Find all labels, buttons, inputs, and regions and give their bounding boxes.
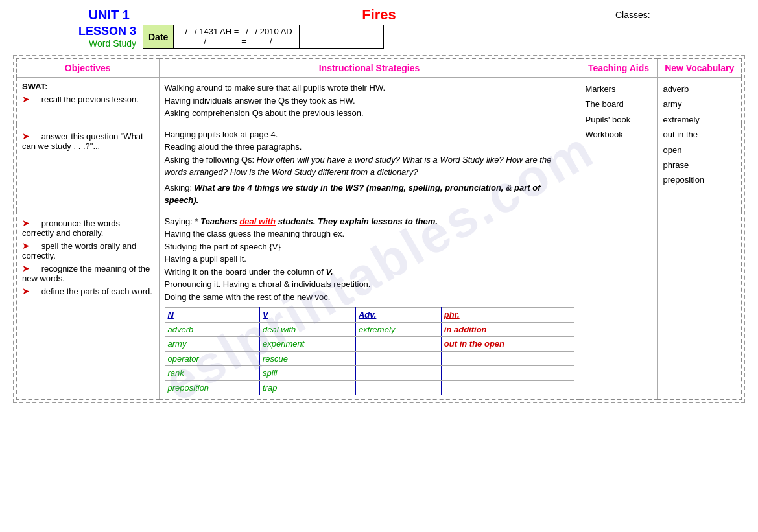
date-block: Date / / 1431 AH = / / 2010 AD / = / [143,25,384,49]
col-header-objectives: Objectives [16,58,159,78]
objectives-cell-3: ➤ pronounce the words correctly and chor… [16,211,159,400]
new-vocab-cell: adverb army extremely out in the open ph… [657,78,742,400]
vocab-v-cell: spill [260,366,356,381]
vocab-n-cell: operator [165,351,260,366]
vocab-n-cell: army [165,337,260,352]
obj6-text: define the parts of each word. [41,286,152,296]
strategy-line: Asking comprehension Qs about the previo… [165,107,574,120]
vocab-header-row: N V Adv. phr. [165,308,574,323]
vocab-col-n: N [165,308,260,323]
date-content: / / 1431 AH = / / 2010 AD / = / [174,25,298,48]
vocab-word: phrase [663,157,737,172]
main-content: Objectives Instructional Strategies Teac… [13,55,745,403]
header-row1: UNIT 1 Fires Classes: [13,6,745,23]
vocab-phr-cell: in addition [441,322,574,337]
table-header-row: Objectives Instructional Strategies Teac… [16,58,742,78]
teaching-aids-cell: Markers The board Pupils' book Workbook [580,78,657,400]
objectives-cell-1: SWAT: ➤ recall the previous lesson. [16,78,159,124]
arrow-icon-5: ➤ [22,263,30,273]
date-row1: / / 1431 AH = / / 2010 AD [180,27,292,36]
table-row: SWAT: ➤ recall the previous lesson. Walk… [16,78,742,124]
vocab-word: open [663,143,737,157]
swat-label: SWAT: [22,82,154,91]
classes-label: Classes: [615,10,745,20]
bold-italic-question: What are the 4 things we study in the WS… [165,183,541,205]
strategy-line: Asking: What are the 4 things we study i… [165,181,574,207]
strategy-line: Hanging pupils look at page 4. [165,128,574,141]
lesson-label: LESSON 3 Word Study [13,25,143,49]
vocab-n-cell: preposition [165,380,260,395]
header: UNIT 1 Fires Classes: LESSON 3 Word Stud… [13,6,745,49]
vocab-word: preposition [663,172,737,187]
vocab-data-row: operator rescue [165,351,574,366]
arrow-icon-2: ➤ [22,131,30,141]
vocab-word: adverb [663,82,737,97]
vocab-table-container: N V Adv. phr. adverb deal with extremely [165,307,574,395]
objectives-cell-2: ➤ answer this question "What can we stud… [16,124,159,211]
strategies-cell-3: Saying: * Teachers deal with students. T… [159,211,580,400]
vocabulary-table: N V Adv. phr. adverb deal with extremely [165,307,574,395]
arrow-icon-1: ➤ [22,94,30,104]
strategy-line: Walking around to make sure that all pup… [165,82,574,95]
strategy-line: Having a pupil spell it. [165,253,574,266]
header-row2: LESSON 3 Word Study Date / / 1431 AH = /… [13,25,745,49]
col-header-teaching: Teaching Aids [580,58,657,78]
date-classes-box [299,25,383,48]
strategy-line: Pronouncing it. Having a choral & indivi… [165,278,574,291]
strategy-line: Having individuals answer the Qs they to… [165,95,574,108]
page: eslprintables.com UNIT 1 Fires Classes: … [0,0,758,532]
strategies-cell-1: Walking around to make sure that all pup… [159,78,580,124]
obj3-text: pronounce the words correctly and choral… [22,218,120,238]
strategy-line: Asking the following Qs: How often will … [165,154,574,179]
underline-text: deal with [239,216,276,226]
arrow-icon-3: ➤ [22,218,30,228]
vocab-col-phr: phr. [441,308,574,323]
strategy-line: Studying the part of speech {V} [165,240,574,253]
obj4-text: spell the words orally and correctly. [22,241,136,260]
teaching-item: Pupils' book [586,112,652,127]
vocab-n-cell: rank [165,366,260,381]
obj2-text: answer this question "What can we study … [22,132,143,151]
vocab-data-row: preposition trap [165,380,574,395]
italic-question: How often will you have a word study? Wh… [165,155,552,178]
strategy-line: Saying: * Teachers deal with students. T… [165,215,574,228]
page-title: Fires [143,6,615,23]
obj1-text: recall the previous lesson. [41,95,139,104]
teaching-item: The board [586,97,652,111]
col-header-strategies: Instructional Strategies [159,58,580,78]
vocab-n-cell: adverb [165,322,260,337]
vocab-data-row: adverb deal with extremely in addition [165,322,574,337]
teaching-item: Markers [586,82,652,97]
lesson-table: Objectives Instructional Strategies Teac… [16,58,742,400]
vocab-adv-cell: extremely [355,322,441,337]
vocab-col-adv: Adv. [355,308,441,323]
date-label: Date [143,25,174,48]
vocab-v-cell: experiment [260,337,356,352]
strategy-line: Doing the same with the rest of the new … [165,291,574,304]
date-row2: / = / [180,36,292,46]
vocab-data-row: rank spill [165,366,574,381]
strategies-cell-2: Hanging pupils look at page 4. Reading a… [159,124,580,211]
vocab-data-row: army experiment out in the open [165,337,574,352]
lesson-subtitle: Word Study [13,38,136,49]
vocab-col-v: V [260,308,356,323]
vocab-phr-cell: out in the open [441,337,574,352]
vocab-v-cell: trap [260,380,356,395]
unit-label: UNIT 1 [13,8,143,23]
vocab-v-cell: rescue [260,351,356,366]
col-header-new: New Vocabulary [657,58,742,78]
strategy-line: Having the class guess the meaning throu… [165,227,574,240]
arrow-icon-4: ➤ [22,240,30,251]
vocab-word: extremely [663,112,737,127]
strategy-line: Reading aloud the three paragraphs. [165,141,574,154]
strategy-line: Writing it on the board under the column… [165,266,574,279]
obj5-text: recognize the meaning of the new words. [22,264,150,283]
lesson-number: LESSON 3 [13,25,136,38]
teaching-item: Workbook [586,127,652,142]
vocab-word: army [663,97,737,111]
arrow-icon-6: ➤ [22,286,30,296]
vocab-word: out in the [663,127,737,142]
vocab-v-cell: deal with [260,322,356,337]
